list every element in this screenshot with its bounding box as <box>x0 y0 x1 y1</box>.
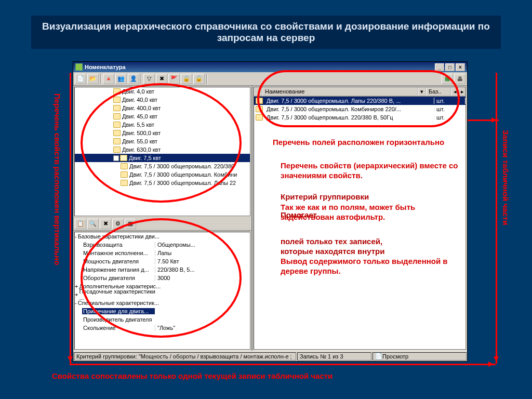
tree-item[interactable]: -Двиг. 7,5 квт <box>75 154 250 162</box>
ann-criteria: Критерий группировки <box>281 192 462 202</box>
window-title: Номенклатура <box>85 64 126 70</box>
status-record: Запись № 1 из 3 <box>297 352 371 361</box>
maximize-button[interactable]: □ <box>445 63 455 71</box>
caption-bottom: Свойства сопоставлены только одной текущ… <box>52 371 332 380</box>
main-toolbar: 📄 📂 🔺 👥 👤 ▽ ✖ 🚩 🔒 🔓 ▦ 🖶 <box>73 72 467 86</box>
prop-tool-2[interactable]: 🔍 <box>87 219 99 229</box>
ann-group-output: Вывод содержимого только выделенной в де… <box>281 257 468 276</box>
prop-tool-3[interactable]: ✖ <box>100 219 111 229</box>
property-row[interactable]: Обороты двигателя3000 <box>75 274 250 282</box>
property-row[interactable]: -Специальные характеристик... <box>75 299 250 307</box>
col-name[interactable]: Наименование <box>262 87 418 96</box>
status-criteria: Критерий группировки: "Мощность / оборот… <box>74 352 296 361</box>
properties-tree[interactable]: -Базовые характеристики дви...Взрывозащи… <box>74 232 250 350</box>
tool-open[interactable]: 📂 <box>87 74 99 84</box>
tree-item[interactable]: Двиг. 55,0 квт <box>75 137 250 145</box>
tree-item[interactable]: Двиг. 45,0 квт <box>75 112 250 121</box>
tool-print[interactable]: 🖶 <box>454 74 466 84</box>
ann-fields-only: полей только тех записей, <box>281 237 462 247</box>
property-row[interactable]: +Посадочные характеристики ... <box>75 290 250 299</box>
property-row[interactable]: Примечание для двига... <box>75 307 250 315</box>
tree-item[interactable]: Двиг. 630,0 квт <box>75 145 250 154</box>
tree-item[interactable]: Двиг. 7,5 / 3000 общепромышл. 220/380 <box>75 162 250 170</box>
prop-tool-1[interactable]: 📋 <box>75 219 86 229</box>
slide-title: Визуализация иерархического справочника … <box>31 16 501 49</box>
tool-new[interactable]: 📄 <box>75 74 86 84</box>
label-properties-vertical: Перечень свойств расположен вертикально <box>53 94 62 270</box>
tool-group[interactable]: 👥 <box>115 74 127 84</box>
ann-inside: которые находятся внутри <box>281 247 462 257</box>
statusbar: Критерий группировки: "Мощность / оборот… <box>73 351 467 361</box>
minimize-button[interactable]: _ <box>435 63 444 71</box>
titlebar[interactable]: Номенклатура _ □ × <box>73 62 467 72</box>
tool-excel[interactable]: ▦ <box>442 74 453 84</box>
ann-props-hier: Перечень свойств (иерархический) вместе … <box>281 161 462 181</box>
tool-unlock[interactable]: 🔓 <box>193 74 205 84</box>
prop-tool-5[interactable]: ▦ <box>125 219 136 229</box>
property-row[interactable]: -Базовые характеристики дви... <box>75 232 250 241</box>
property-row[interactable]: Производитель двигателя <box>75 315 250 324</box>
tool-lock[interactable]: 🔒 <box>181 74 192 84</box>
table-row[interactable]: Двиг. 7,5 / 3000 общепромышл. Комбиниров… <box>254 105 466 113</box>
arrow-right-down <box>496 73 497 364</box>
table-row[interactable]: Двиг. 7,5 / 3000 общепромышл. Лапы 220/3… <box>254 97 466 105</box>
label-records: Записи табличной части <box>501 130 510 275</box>
close-button[interactable]: × <box>456 63 465 71</box>
app-icon <box>75 63 83 71</box>
tree-item[interactable]: Двиг. 7,5 / 3000 общепромышл. Лапы 22 <box>75 179 250 187</box>
tool-clear-filter[interactable]: ✖ <box>156 74 167 84</box>
arrow-left <box>70 73 71 364</box>
prop-tool-4[interactable]: ⚙ <box>112 219 124 229</box>
tool-flags[interactable]: 🚩 <box>168 74 180 84</box>
col-unit[interactable]: Баз.. <box>426 87 451 96</box>
tree-item[interactable]: Двиг. 400,0 квт <box>75 104 250 112</box>
tool-add[interactable]: 🔺 <box>103 74 114 84</box>
table-row[interactable]: Двиг. 7,5 / 3000 общепромышл. 220/380 В,… <box>254 113 466 122</box>
property-row[interactable]: Скольжение"Ложь" <box>75 324 250 332</box>
tree-item[interactable]: Двиг. 500,0 квт <box>75 129 250 137</box>
tree-item[interactable]: Двиг. 7,5 / 3000 общепромышл. Комбини <box>75 170 250 179</box>
props-toolbar: 📋 🔍 ✖ ⚙ ▦ <box>73 217 251 231</box>
property-row[interactable]: Монтажное исполнени...Лапы <box>75 249 250 257</box>
tree-item[interactable]: Двиг. 40,0 квт <box>75 96 250 104</box>
tool-filter[interactable]: ▽ <box>143 74 155 84</box>
property-row[interactable]: ВзрывозащитаОбщепромы... <box>75 241 250 249</box>
ann-fields-horizontal: Перечень полей расположен горизонтально <box>273 138 455 148</box>
tool-users[interactable]: 👤 <box>128 74 139 84</box>
status-view: 📄 Просмотр <box>373 352 467 361</box>
property-row[interactable]: Напряжение питания д...220/380 В, 5... <box>75 265 250 274</box>
tree-item[interactable]: Двиг. 4,0 квт <box>75 87 250 96</box>
property-row[interactable]: Мощность двигателя7.50 Квт <box>75 257 250 265</box>
category-tree[interactable]: Двиг. 4,0 квтДвиг. 40,0 квтДвиг. 400,0 к… <box>74 87 250 216</box>
arrow-bottom <box>70 364 496 365</box>
tree-item[interactable]: Двиг. 5,5 квт <box>75 121 250 129</box>
ann-helps: Помогает <box>281 210 462 220</box>
